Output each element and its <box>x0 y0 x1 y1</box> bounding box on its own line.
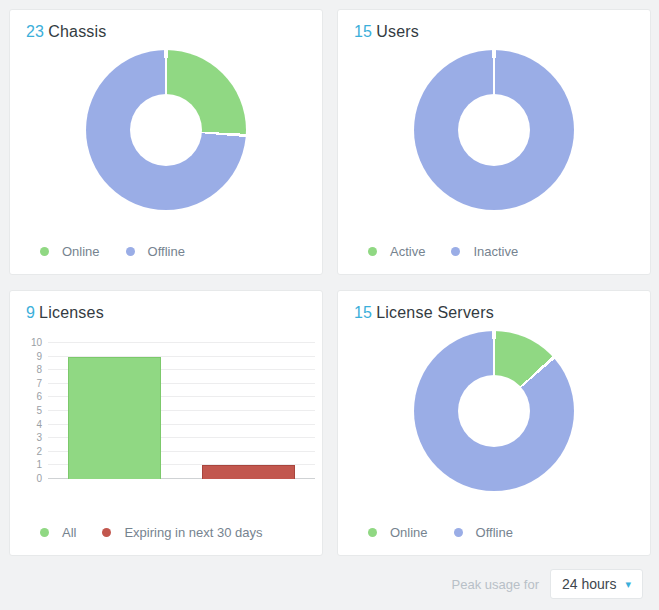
license-servers-count: 15 <box>354 304 372 321</box>
y-axis-tick-label: 4 <box>36 420 42 430</box>
legend-item-online[interactable]: Online <box>368 525 428 540</box>
licenses-bar-chart: 012345678910 <box>20 343 315 479</box>
y-axis-tick-label: 0 <box>36 474 42 484</box>
chassis-card-title: 23Chassis <box>10 10 322 41</box>
active-legend-dot-icon <box>368 247 377 256</box>
bar-chart-plot-area <box>48 343 315 479</box>
licenses-count: 9 <box>26 304 35 321</box>
y-axis-tick-label: 7 <box>36 379 42 389</box>
chassis-donut-chart <box>86 50 246 210</box>
licenses-title-label: Licenses <box>39 304 104 321</box>
legend-item-offline[interactable]: Offline <box>454 525 513 540</box>
legend-label: Active <box>390 244 425 259</box>
bar-all <box>68 357 161 479</box>
legend-item-inactive[interactable]: Inactive <box>451 244 518 259</box>
y-axis-tick-label: 10 <box>31 338 42 348</box>
y-axis-tick-label: 2 <box>36 447 42 457</box>
y-axis-labels: 012345678910 <box>20 343 44 479</box>
users-legend: Active Inactive <box>368 244 518 259</box>
legend-label: Expiring in next 30 days <box>124 525 262 540</box>
offline-legend-dot-icon <box>454 528 463 537</box>
chassis-card: 23Chassis Online Offline <box>9 9 323 275</box>
license-servers-card: 15License Servers Online Offline <box>337 290 651 556</box>
users-title-label: Users <box>376 23 419 40</box>
chassis-count: 23 <box>26 23 44 40</box>
license-servers-card-title: 15License Servers <box>338 291 650 322</box>
online-legend-dot-icon <box>40 247 49 256</box>
license-servers-legend: Online Offline <box>368 525 513 540</box>
expiring-legend-dot-icon <box>102 528 111 537</box>
chevron-down-icon: ▾ <box>625 579 631 590</box>
legend-label: All <box>62 525 76 540</box>
users-card: 15Users Active Inactive <box>337 9 651 275</box>
legend-item-offline[interactable]: Offline <box>126 244 185 259</box>
users-count: 15 <box>354 23 372 40</box>
online-legend-dot-icon <box>368 528 377 537</box>
legend-item-expiring[interactable]: Expiring in next 30 days <box>102 525 262 540</box>
y-axis-tick-label: 1 <box>36 460 42 470</box>
y-axis-tick-label: 8 <box>36 365 42 375</box>
license-servers-title-label: License Servers <box>376 304 494 321</box>
legend-item-active[interactable]: Active <box>368 244 425 259</box>
peak-usage-select[interactable]: 24 hours ▾ <box>550 569 643 599</box>
chassis-title-label: Chassis <box>48 23 106 40</box>
bar-slot <box>182 343 316 479</box>
licenses-card-title: 9Licenses <box>10 291 322 322</box>
chassis-legend: Online Offline <box>40 244 185 259</box>
legend-item-all[interactable]: All <box>40 525 76 540</box>
legend-label: Offline <box>148 244 185 259</box>
users-card-title: 15Users <box>338 10 650 41</box>
y-axis-tick-label: 5 <box>36 406 42 416</box>
bar-slots <box>48 343 315 479</box>
licenses-card: 9Licenses 012345678910 All Expiring in n… <box>9 290 323 556</box>
peak-usage-label: Peak usage for <box>452 577 539 592</box>
inactive-legend-dot-icon <box>451 247 460 256</box>
legend-item-online[interactable]: Online <box>40 244 100 259</box>
all-legend-dot-icon <box>40 528 49 537</box>
y-axis-tick-label: 9 <box>36 352 42 362</box>
legend-label: Online <box>390 525 428 540</box>
legend-label: Online <box>62 244 100 259</box>
legend-label: Offline <box>476 525 513 540</box>
y-axis-tick-label: 6 <box>36 392 42 402</box>
offline-legend-dot-icon <box>126 247 135 256</box>
bar-expiring-in-next-30-days <box>202 465 295 479</box>
y-axis-tick-label: 3 <box>36 433 42 443</box>
license-servers-donut-chart <box>414 331 574 491</box>
licenses-legend: All Expiring in next 30 days <box>40 525 262 540</box>
bar-slot <box>48 343 182 479</box>
users-donut-chart <box>414 50 574 210</box>
peak-usage-footer: Peak usage for 24 hours ▾ <box>452 569 643 599</box>
peak-usage-selected-value: 24 hours <box>562 576 616 592</box>
legend-label: Inactive <box>473 244 518 259</box>
